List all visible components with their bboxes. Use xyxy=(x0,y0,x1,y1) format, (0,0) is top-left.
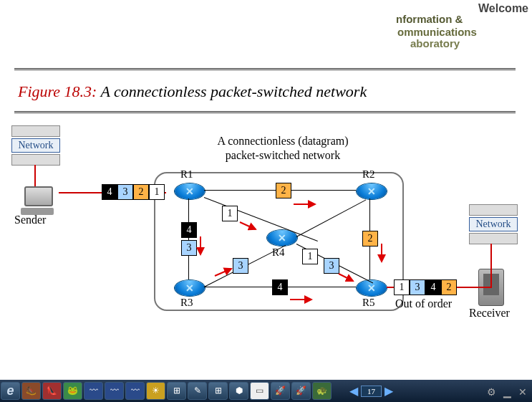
taskbar-icon-4[interactable]: 〰 xyxy=(84,382,103,400)
r2-label: R2 xyxy=(362,168,375,181)
receiver-up-link xyxy=(490,244,492,288)
slide-title: Figure 18.3: A connectionless packet-swi… xyxy=(18,82,367,101)
page-number: 17 xyxy=(361,386,382,397)
sender-link xyxy=(34,165,36,186)
taskbar-icon-13[interactable]: 🚀 xyxy=(271,382,290,400)
packet-2-recv: 2 xyxy=(441,279,457,295)
figure-caption: A connectionless packet-switched network xyxy=(101,82,367,100)
receiver-label: Receiver xyxy=(469,307,510,320)
packet-4-left: 4 xyxy=(181,222,197,238)
taskbar-icon-5[interactable]: 〰 xyxy=(105,382,124,400)
taskbar: e 🥾 👠 🐸 〰 〰 〰 ☀ ⊞ ✎ ⊞ ⬢ ▭ 🚀 🚀 🐢 ◀ 17 ▶ ⚙… xyxy=(0,380,532,402)
out-of-order-label: Out of order xyxy=(395,297,452,310)
recv-stack-layer2 xyxy=(469,233,518,244)
taskbar-ie-icon[interactable]: e xyxy=(1,382,20,400)
packet-3-diag: 3 xyxy=(233,258,248,274)
taskbar-icon-8[interactable]: ⊞ xyxy=(167,382,186,400)
taskbar-icon-1[interactable]: 🥾 xyxy=(21,382,41,400)
banner-line1: nformation & xyxy=(396,13,463,25)
header-banner: Welcome nformation & ommunications abora… xyxy=(389,0,532,50)
taskbar-icon-7[interactable]: ☀ xyxy=(146,382,165,400)
sender-stack-layer2 xyxy=(11,154,60,166)
window-controls: ⚙ ▁ ✕ xyxy=(485,386,529,399)
banner-line3: aboratory xyxy=(410,37,460,49)
diagram-caption-2: packet-switched network xyxy=(190,149,376,162)
taskbar-icon-11[interactable]: ⬢ xyxy=(229,382,248,400)
taskbar-icon-12[interactable]: ▭ xyxy=(250,382,269,400)
link-r1-r3 xyxy=(188,198,189,279)
taskbar-icon-10[interactable]: ⊞ xyxy=(208,382,228,400)
taskbar-icon-14[interactable]: 🚀 xyxy=(291,382,311,400)
packet-2-sender: 2 xyxy=(133,184,149,200)
slide: Welcome nformation & ommunications abora… xyxy=(0,0,532,380)
diagram-caption-1: A connectionless (datagram) xyxy=(190,135,376,148)
router-r2: ✕ xyxy=(356,183,387,200)
sender-network-box: Network xyxy=(11,138,60,153)
taskbar-icon-9[interactable]: ✎ xyxy=(188,382,207,400)
packet-1-sender: 1 xyxy=(149,184,165,200)
router-r3: ✕ xyxy=(174,279,205,297)
packet-4-recv: 4 xyxy=(425,279,441,295)
taskbar-icon-2[interactable]: 👠 xyxy=(42,382,62,400)
sender-stack-layer xyxy=(11,125,60,137)
router-r1: ✕ xyxy=(174,183,205,200)
r3-label: R3 xyxy=(180,297,193,309)
sender-laptop-icon xyxy=(24,186,54,215)
sender-label: Sender xyxy=(14,214,46,226)
diagram: A connectionless (datagram) packet-switc… xyxy=(0,115,532,365)
gear-icon[interactable]: ⚙ xyxy=(485,386,498,399)
nav-next[interactable]: ▶ xyxy=(382,384,396,398)
packet-2-right: 2 xyxy=(362,231,378,247)
packet-1-r4r5: 1 xyxy=(302,249,318,264)
packet-1-mid: 1 xyxy=(222,206,238,221)
packet-1-recv: 1 xyxy=(394,279,410,295)
close-icon[interactable]: ✕ xyxy=(516,386,529,399)
packet-4-bottom: 4 xyxy=(272,279,288,295)
taskbar-icon-6[interactable]: 〰 xyxy=(125,382,145,400)
recv-stack-layer xyxy=(469,204,518,216)
banner-line2: ommunications xyxy=(397,26,477,38)
packet-3-recv: 3 xyxy=(410,279,425,295)
recv-network-box: Network xyxy=(469,217,518,231)
packet-3-r4r5: 3 xyxy=(324,258,339,274)
nav-prev[interactable]: ◀ xyxy=(347,384,361,398)
minimize-icon[interactable]: ▁ xyxy=(500,386,513,399)
r5-label: R5 xyxy=(362,297,375,309)
r1-label: R1 xyxy=(180,168,193,181)
rule-top xyxy=(14,68,516,70)
packet-3-sender: 3 xyxy=(117,184,133,200)
welcome-text: Welcome xyxy=(478,2,528,15)
packet-3-left: 3 xyxy=(181,240,197,256)
taskbar-icon-3[interactable]: 🐸 xyxy=(63,382,82,400)
packet-4-sender: 4 xyxy=(102,184,117,200)
packet-2-top: 2 xyxy=(276,183,291,198)
figure-number: Figure 18.3: xyxy=(18,82,97,100)
rule-bottom xyxy=(14,111,516,113)
taskbar-icon-15[interactable]: 🐢 xyxy=(312,382,332,400)
